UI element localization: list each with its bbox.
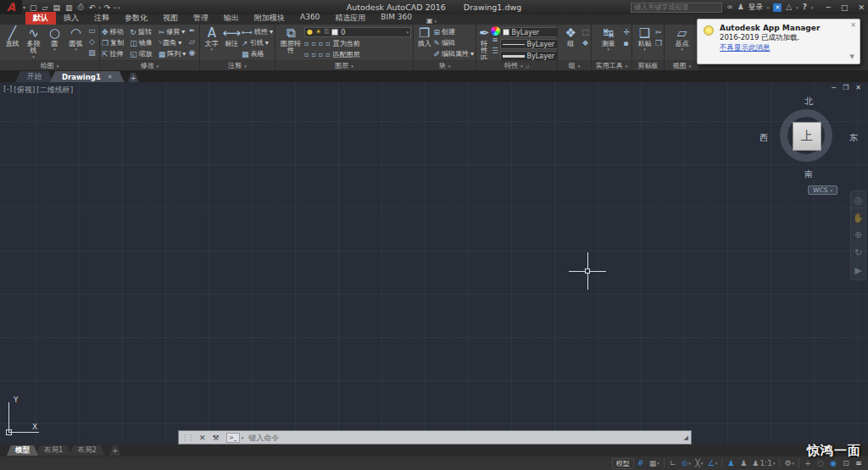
button-table[interactable]: ▦表格 xyxy=(242,48,273,59)
drawing-minimize-button[interactable]: ─ xyxy=(832,84,836,91)
button-stretch[interactable]: ⇱拉伸 xyxy=(102,48,130,59)
statusbar-ortho-mode-button[interactable]: ∟ xyxy=(667,458,679,469)
layer-tool-icon[interactable]: ▫ xyxy=(304,41,309,47)
lineweight-dropdown[interactable]: ByLayer▾ xyxy=(500,51,557,60)
panel-title-utilities[interactable]: 实用工具▾ xyxy=(592,60,632,70)
button-leader[interactable]: ↗引线▾ xyxy=(242,37,273,48)
ribbon-tab-parametric[interactable]: 参数化 xyxy=(117,12,155,25)
button-match-layer[interactable]: 匹配图层 xyxy=(333,50,360,59)
wcs-dropdown[interactable]: WCS ▾ xyxy=(808,185,837,195)
drawing1-tab-close-icon[interactable]: ✕ xyxy=(108,74,113,80)
panel-title-block[interactable]: 块▾ xyxy=(414,60,476,70)
button-array[interactable]: ▦阵列▾ xyxy=(159,48,186,59)
navigation-wheel-icon[interactable]: ◎ xyxy=(854,196,863,205)
button-rotate[interactable]: ↻旋转 xyxy=(130,26,158,37)
button-dimension[interactable]: ⟷标注 xyxy=(222,26,242,47)
new-drawing-tab-button[interactable]: + xyxy=(128,73,139,82)
button-paste[interactable]: ❑粘贴▾ xyxy=(634,26,655,53)
button-base[interactable]: ▱基点▾ xyxy=(666,26,698,53)
pan-icon[interactable]: ✋ xyxy=(853,213,865,223)
button-match-properties[interactable]: ✒特性匹配 xyxy=(478,26,491,60)
file-tab-drawing1[interactable]: Drawing1✕ xyxy=(50,71,125,82)
app-store-dropdown-icon[interactable]: ▾ xyxy=(796,5,798,10)
statusbar-isolate-objects-button[interactable]: ◌ xyxy=(815,458,826,469)
ribbon-tab-output[interactable]: 输出 xyxy=(216,12,247,25)
statusbar-grid-display-button[interactable]: # xyxy=(635,458,647,469)
layout-tab-layout2[interactable]: 布局2 xyxy=(69,445,104,456)
viewport-menu-control[interactable]: [-] xyxy=(3,85,12,96)
help-search-input[interactable] xyxy=(631,3,722,13)
open-file-icon[interactable]: ▱ xyxy=(41,3,50,12)
layer-dropdown[interactable]: ●☀⚿0▾ xyxy=(304,27,411,37)
command-input[interactable] xyxy=(248,434,683,442)
button-polyline[interactable]: ∿多段线▾ xyxy=(23,26,44,59)
layer-tool-icon[interactable]: ▫ xyxy=(311,52,315,58)
command-line-resize-grip[interactable]: ◢ xyxy=(684,434,691,441)
ribbon-tab-bim360[interactable]: BIM 360 xyxy=(373,12,420,25)
button-copy[interactable]: ❐复制 xyxy=(102,37,130,48)
button-ungroup[interactable]: ⬚ xyxy=(581,26,589,37)
button-trim[interactable]: ✂修剪▾ xyxy=(159,26,186,37)
qat-customize-icon[interactable]: ▾ xyxy=(118,5,120,10)
notification-close-icon[interactable]: ✕ xyxy=(850,21,856,29)
panel-title-annotation[interactable]: 注释▾ xyxy=(200,60,275,70)
drawing-close-button[interactable]: ✕ xyxy=(855,84,861,91)
drawing-restore-button[interactable]: ❐ xyxy=(843,84,849,91)
button-cut[interactable]: ✂ xyxy=(655,26,662,37)
button-scale[interactable]: ◱缩放 xyxy=(130,48,158,59)
viewcube-top-face[interactable]: 上 xyxy=(793,122,821,151)
command-line-tools-icon[interactable]: ⚒ xyxy=(209,434,223,442)
button-fillet[interactable]: ◝圆角▾ xyxy=(159,37,186,48)
command-line-close-icon[interactable]: ✕ xyxy=(196,434,209,442)
button-layer-properties[interactable]: ⧉图层特性 xyxy=(277,26,304,55)
statusbar-object-snap-button[interactable]: ∠▾ xyxy=(706,458,720,469)
button-ellipse[interactable]: ◇ xyxy=(89,37,95,48)
layer-tool-icon[interactable]: ▫ xyxy=(326,41,330,47)
button-circle[interactable]: ○圆▾ xyxy=(44,26,65,53)
object-color-icon[interactable] xyxy=(491,26,500,36)
ribbon-tab-home[interactable]: 默认 xyxy=(25,12,56,25)
layout-tab-layout1[interactable]: 布局1 xyxy=(36,445,71,456)
undo-icon[interactable]: ↶ xyxy=(87,3,97,12)
statusbar-object-snap-tracking-button[interactable]: ╳▾ xyxy=(693,458,705,469)
layer-tool-icon[interactable]: ▫ xyxy=(311,41,315,47)
new-layout-button[interactable]: + xyxy=(109,445,121,456)
plot-icon[interactable]: ⎙ xyxy=(75,3,85,12)
file-tab-start[interactable]: 开始 xyxy=(15,71,53,82)
button-offset[interactable]: ◉ xyxy=(189,48,196,59)
viewcube[interactable]: 上 北 南 西 东 xyxy=(768,97,849,179)
compass-east-label[interactable]: 东 xyxy=(849,132,858,144)
panel-title-groups[interactable]: 组▾ xyxy=(558,60,591,70)
button-move[interactable]: ✥移动 xyxy=(102,26,130,37)
button-group-edit[interactable]: ❖ xyxy=(581,37,589,48)
properties-dialog-launcher-icon[interactable]: ◿ xyxy=(526,64,529,69)
view-control[interactable]: [俯视] xyxy=(14,85,35,96)
panel-title-clipboard[interactable]: 剪贴板 xyxy=(632,60,664,70)
statusbar-autoscale-button[interactable]: ♟ xyxy=(737,458,749,469)
button-copy-clip[interactable]: ❐ xyxy=(655,37,662,48)
ribbon-tab-addins[interactable]: 附加模块 xyxy=(247,12,292,25)
ribbon-tab-insert[interactable]: 插入 xyxy=(56,12,86,25)
redo-icon[interactable]: ↷ xyxy=(103,3,113,12)
maximize-button[interactable]: □ xyxy=(841,3,849,12)
button-set-current[interactable]: 置为当前 xyxy=(333,39,360,48)
color-dropdown[interactable]: ByLayer▾ xyxy=(500,27,557,37)
compass-west-label[interactable]: 西 xyxy=(760,132,768,144)
new-file-icon[interactable]: ▢ xyxy=(28,3,39,12)
recent-commands-dropdown-icon[interactable]: ▾ xyxy=(242,435,244,440)
panel-title-modify[interactable]: 修改▾ xyxy=(100,60,199,70)
layer-tool-icon[interactable]: ▫ xyxy=(319,41,323,47)
ribbon-tab-a360[interactable]: A360 xyxy=(292,12,327,25)
panel-title-properties[interactable]: 特性▾◿ xyxy=(476,60,557,70)
exchange-apps-icon[interactable]: ✕ xyxy=(773,3,782,12)
button-arc[interactable]: ◠圆弧▾ xyxy=(65,26,86,53)
button-hatch[interactable]: ▨ xyxy=(88,48,96,59)
panel-title-layers[interactable]: 图层▾ xyxy=(275,60,413,70)
ribbon-tab-annotate[interactable]: 注释 xyxy=(86,12,117,25)
button-edit-attributes[interactable]: ✐编辑属性▾ xyxy=(433,48,474,59)
ribbon-tab-view[interactable]: 视图 xyxy=(155,12,186,25)
statusbar-annotation-monitor-button[interactable]: + xyxy=(802,458,814,469)
button-create-block[interactable]: ⊞创建 xyxy=(433,26,474,37)
redo-dropdown-icon[interactable]: ▾ xyxy=(114,5,116,10)
button-line[interactable]: ╱直线 xyxy=(2,26,23,47)
